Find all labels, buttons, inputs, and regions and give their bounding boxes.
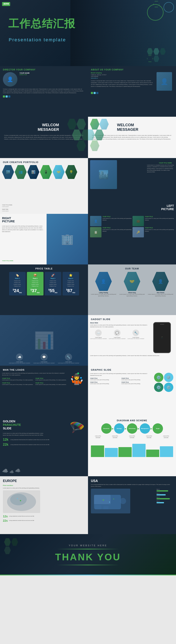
diagram-desc-row: create will beactionable create will bea…: [88, 435, 176, 438]
team-member-2: 🤝 Olivia Gray Lorem ipsum is a story par…: [119, 272, 146, 297]
right-pic-body: Lorem ipsum is a story part of the print…: [2, 225, 43, 233]
slide-dark-img: 📊 ☁️ Lorem Ipsum Lorem ipsum has been th…: [0, 315, 88, 366]
pack-icon-3: 🚀: [46, 274, 60, 277]
deco-circle-tl: [163, 2, 174, 12]
slide-hero: 演界网 工作总结汇报 Presentation template: [0, 0, 176, 66]
golden-stat-num-2: 22k: [3, 443, 9, 446]
item-2-desc: Lorem ipsum is a story part of the print…: [145, 218, 174, 221]
svg-point-10: [109, 502, 110, 502]
hex-item-6: 💡: [65, 165, 77, 179]
main-title: 工作总结汇报: [8, 16, 75, 31]
director-body-text: Contour is temperate latin Lorem ipsum e…: [0, 88, 88, 96]
row-man-graphic: MAN THE LOADS Lorem ipsum is a story par…: [0, 366, 176, 416]
pack-icon-4: ⭐: [64, 274, 78, 277]
team-title: OUR TEAM: [88, 264, 176, 272]
director-name: YOUR NAME: [20, 72, 30, 74]
diag-arrow-4: ▶: [150, 428, 152, 430]
hex-grid: 🏙️ 👥 📊 📱 🤝 💡: [0, 165, 88, 179]
price-card-4: ⭐ Pack 4 Feature OneFeature TwoFeature T…: [62, 272, 79, 296]
member-role-1: Lorem ipsum is a story part of the print…: [90, 294, 117, 297]
europe-title: EUROPE: [3, 479, 85, 483]
slide-left-picture: YOUR TITLE HERE 🏙️ Lorem ipsum is a stan…: [88, 158, 176, 214]
cloud-3: ☁️: [15, 468, 21, 474]
director-photo-inner: 👤: [3, 72, 17, 86]
europe-first-section: First section:: [0, 484, 88, 487]
hex-item-3: 📊: [27, 165, 39, 179]
golden-t2: PARACHUTE: [3, 423, 21, 426]
gadget-item-desc-2: Lorem ipsum the industry's standard: [109, 338, 125, 340]
welcome1-title: WELCOMMESSAGER: [4, 123, 59, 132]
europe-stat-desc-1: a long statement content that can set on…: [9, 516, 34, 517]
slide-welcome2: WELCOMMESSAGER Contour is temperate lati…: [88, 117, 176, 158]
welcome2-title: WELCOMMESSAGER: [117, 123, 172, 132]
man-item-1: YOUR TITLE Lorem ipsum is story part of …: [2, 378, 34, 381]
slide-welcome1: WELCOMMESSAGER Contour is temperate lati…: [0, 117, 88, 158]
diagram-circles-row: Directions ▶ Strategy ▶ Advertising ▶ Ma…: [88, 423, 176, 435]
dot-green: [3, 96, 5, 98]
team-hex-2: 🤝: [124, 272, 140, 291]
diag-arrow-1: ▶: [112, 428, 114, 430]
your-title-label: YOUR TITLE HERE: [2, 260, 13, 261]
gadget-desc-1: Lorem ipsum has been the industry's stan…: [9, 362, 30, 364]
pack-icon-1: 🏷️: [10, 274, 24, 277]
item-1-img: 👤: [90, 216, 102, 226]
usa-bar-3: [156, 498, 170, 499]
usa-bar-4: [156, 502, 164, 503]
slide-team: OUR TEAM 👤 Lalley Family Lorem ipsum is …: [88, 264, 176, 315]
graphic-body-text: Lorem ipsum is a story part of the print…: [90, 373, 152, 376]
phone-speaker: [160, 324, 164, 324]
portfolio-title: OUR CREATIVE PORTFOLIO: [0, 158, 88, 165]
slide-man: MAN THE LOADS Lorem ipsum is a story par…: [0, 366, 88, 416]
gadget-subtitle: About Slide: [90, 322, 151, 324]
man-item-desc-3: Lorem ipsum is story part of the printin…: [2, 384, 34, 386]
golden-text: Lorem ipsum is a story part of the print…: [0, 431, 48, 438]
usa-map-area: [91, 489, 155, 514]
hex-item-4: 📱: [40, 165, 52, 179]
item-2-title: YOUR TITLE: [145, 216, 174, 217]
h3: [95, 130, 104, 140]
about-photo-inner: 👤: [156, 72, 172, 91]
diag-arrow-3: ▶: [138, 428, 139, 430]
golden-t1: GOLDEN: [3, 420, 15, 423]
company-name: Brand company: [91, 72, 154, 74]
diag-circle-4: Management: [140, 423, 150, 434]
graphic-item-3: YOUR TITLE Lorem ipsum story part of the…: [90, 382, 120, 384]
svg-point-8: [120, 498, 126, 504]
thankyou-line-top: [57, 549, 119, 549]
golden-stat-num-1: 12k: [3, 438, 9, 442]
usa-bar-label-1: Item 1: [156, 489, 173, 490]
golden-t3: SLIDE: [3, 427, 11, 430]
row-price-team: PRICE TABLE 🏷️ Pack 1 Feature OneFeature…: [0, 264, 176, 315]
left-pic-text-area: Lorem ipsum is a standard dummy text of …: [147, 164, 174, 173]
svg-point-1: [10, 494, 27, 505]
director-dots: [0, 96, 88, 98]
gadget-left-text: About Slide Lorem ipsum is a story part …: [90, 322, 151, 353]
man-item-desc-4: Lorem ipsum is story part of the printin…: [35, 384, 67, 386]
usa-title-area: USA: [88, 476, 176, 484]
gadget-item-icon-3: 🔧: [133, 330, 139, 336]
hex-deco: [147, 48, 153, 55]
man-item-3: YOUR TITLE Lorem ipsum is story part of …: [2, 382, 34, 386]
h2: [67, 119, 77, 130]
diag-arrow-2: ▶: [125, 428, 127, 430]
about-photo: 👤: [156, 72, 173, 91]
diagram-title: DIAGRAM AND SCHEME: [88, 416, 176, 423]
man-item-desc-1: Lorem ipsum is story part of the printin…: [2, 379, 34, 381]
bar-3: [118, 447, 132, 457]
pack-features-1: Feature OneFeature TwoFeature ThreeFeatu…: [10, 280, 24, 287]
gadget-icons-bottom: ☁️ Lorem Ipsum Lorem ipsum has been the …: [2, 354, 86, 364]
about-title: ABOUT US YOUR COMPANY: [88, 66, 176, 72]
thank-you-text: THANK YOU: [55, 552, 121, 562]
director-role: DIRECTOR: [20, 74, 30, 76]
th3: [4, 546, 11, 554]
row-europe-usa: EUROPE First section: Lorem ipsum is a s…: [0, 476, 176, 534]
right-pic-labels: YOUR TITLE HERE: [2, 260, 13, 261]
slide-director: DIRECTOR YOUR COMPANY 👤 YOUR NAME DIRECT…: [0, 66, 88, 117]
slide-usa: USA It is a long established fact that a…: [88, 476, 176, 534]
diag-circle-3: Advertising: [127, 423, 137, 434]
hex-deco: [160, 48, 166, 55]
bar-chart: [91, 440, 173, 457]
man-text-col: Lorem ipsum is a story part of the print…: [2, 372, 67, 385]
man-item-4: YOUR TITLE Lorem ipsum is story part of …: [35, 382, 67, 386]
pack-features-2: Feature OneFeature TwoFeature ThreeFeatu…: [28, 280, 42, 287]
